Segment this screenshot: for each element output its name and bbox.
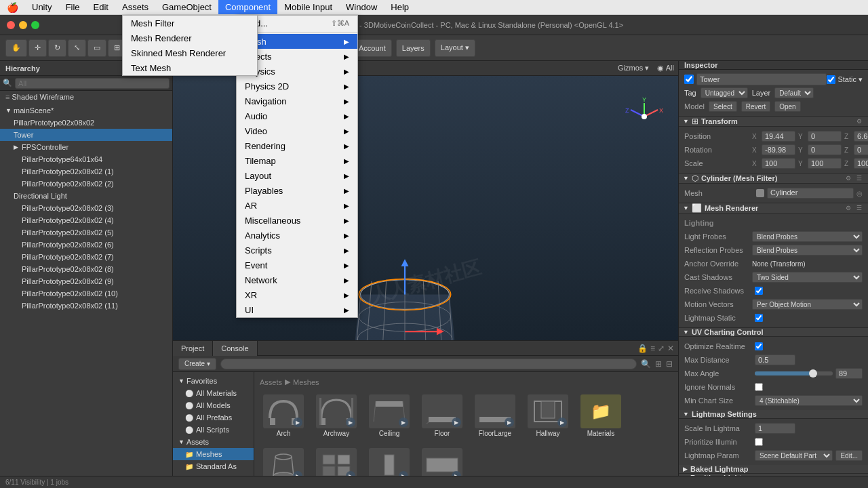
minimize-button[interactable] [19, 21, 27, 29]
mac-menu-help[interactable]: Help [384, 0, 416, 14]
menu-playables[interactable]: Playables ▶ [237, 183, 357, 198]
close-panel-icon[interactable]: ✕ [667, 344, 674, 353]
open-button[interactable]: Open [774, 101, 800, 112]
max-distance-input[interactable] [755, 354, 795, 365]
min-chart-size-select[interactable]: 4 (Stitchable) [755, 395, 863, 406]
asset-wallend[interactable]: ▶ WallEnd [366, 445, 413, 476]
pos-y-input[interactable] [808, 131, 842, 142]
sidebar-all-scripts[interactable]: ⚪All Scripts [173, 424, 254, 436]
hierarchy-tab[interactable]: Hierarchy [5, 64, 40, 73]
menu-physics2d[interactable]: Physics 2D ▶ [237, 79, 357, 94]
mac-menu-unity[interactable]: Unity [25, 0, 59, 14]
hand-tool[interactable]: ✋ [5, 39, 27, 57]
baked-lightmap-header[interactable]: ▶ Baked Lightmap [679, 465, 868, 474]
account-button[interactable]: Account [353, 39, 392, 57]
select-button[interactable]: Select [709, 101, 737, 112]
close-button[interactable] [7, 21, 15, 29]
optimize-realtime-checkbox[interactable] [755, 342, 763, 350]
max-angle-slider-thumb[interactable] [809, 369, 817, 378]
menu-tilemap[interactable]: Tilemap ▶ [237, 153, 357, 168]
asset-archway[interactable]: ▶ Archway [313, 392, 360, 440]
submenu-text-mesh[interactable]: Text Mesh [123, 60, 257, 75]
layout-button[interactable]: Layout ▾ [435, 39, 475, 57]
asset-search-input[interactable] [220, 359, 637, 369]
asset-floorlarge[interactable]: ▶ FloorLarge [471, 392, 519, 440]
asset-materials[interactable]: 📁 Materials [577, 392, 625, 440]
lock-icon[interactable]: 🔒 [637, 344, 648, 353]
move-tool[interactable]: ✛ [28, 39, 47, 57]
sidebar-all-materials[interactable]: ⚪All Materials [173, 387, 254, 399]
rotate-tool[interactable]: ↻ [48, 39, 66, 57]
hierarchy-item-floor[interactable]: PillarPrototype64x01x64 [0, 153, 172, 165]
asset-walllong[interactable]: ▶ WallLong [418, 445, 466, 476]
mesh-filter-settings-icon[interactable]: ⚙ [844, 175, 853, 182]
submenu-mesh-filter[interactable]: Mesh Filter [123, 16, 257, 30]
sort-icon[interactable]: ⊟ [666, 359, 673, 369]
mesh-select-icon[interactable]: ◎ [856, 190, 863, 197]
submenu-mesh-renderer[interactable]: Mesh Renderer [123, 30, 257, 45]
mac-menu-assets[interactable]: Assets [115, 0, 155, 14]
menu-layout[interactable]: Layout ▶ [237, 168, 357, 183]
scale-lightmap-input[interactable] [755, 423, 795, 434]
uv-charting-header[interactable]: ▼ UV Charting Control [679, 328, 868, 337]
menu-audio[interactable]: Audio ▶ [237, 108, 357, 123]
submenu-skinned-mesh[interactable]: Skinned Mesh Renderer [123, 45, 257, 60]
asset-ceiling[interactable]: ▶ Ceiling [366, 392, 413, 440]
motion-vectors-select[interactable]: Per Object Motion [752, 299, 863, 310]
mac-menu-file[interactable]: File [59, 0, 87, 14]
hierarchy-item-pillar9[interactable]: PillarPrototype02x08x02 (9) [0, 275, 172, 287]
hierarchy-item-pillar8[interactable]: PillarPrototype02x08x02 (8) [0, 263, 172, 275]
asset-hallway[interactable]: ▶ Hallway [524, 392, 572, 440]
revert-button[interactable]: Revert [741, 101, 770, 112]
pos-z-input[interactable] [854, 131, 868, 142]
mac-menu-mobile[interactable]: Mobile Input [277, 0, 339, 14]
hierarchy-item-main-scene[interactable]: ▼ mainScene* [0, 104, 172, 117]
rot-y-input[interactable] [808, 144, 842, 155]
hierarchy-item-pillar7[interactable]: PillarPrototype02x08x02 (7) [0, 251, 172, 263]
ignore-normals-checkbox[interactable] [755, 383, 763, 391]
lightmap-param-select[interactable]: Scene Default Part [755, 450, 833, 461]
mesh-submenu[interactable]: Mesh Filter Mesh Renderer Skinned Mesh R… [122, 15, 258, 76]
hierarchy-item-fps[interactable]: ▶ FPSController [0, 141, 172, 153]
layers-button[interactable]: Layers [396, 39, 431, 57]
sidebar-standard-assets[interactable]: 📁Standard As [173, 460, 254, 472]
hierarchy-scene-item[interactable]: ≡ Shaded Wireframe [0, 91, 172, 103]
transform-settings-icon[interactable]: ⚙ [854, 118, 864, 125]
lightmap-param-edit-button[interactable]: Edit... [835, 450, 863, 461]
mesh-renderer-overflow-icon[interactable]: ☰ [854, 205, 864, 211]
lightmap-static-checkbox[interactable] [755, 314, 763, 322]
menu-ui[interactable]: UI ▶ [237, 302, 357, 317]
hierarchy-item-tower[interactable]: Tower [0, 129, 172, 141]
prioritize-illumin-checkbox[interactable] [755, 438, 763, 446]
maximize-panel-icon[interactable]: ⤢ [658, 344, 665, 353]
reflection-probes-select[interactable]: Blend Probes [752, 245, 863, 256]
asset-arch[interactable]: ▶ Arch [260, 392, 307, 440]
hierarchy-item-pillar3[interactable]: PillarPrototype02x08x02 (3) [0, 202, 172, 214]
max-angle-input[interactable] [835, 368, 863, 379]
sidebar-all-prefabs[interactable]: ⚪All Prefabs [173, 411, 254, 424]
menu-miscellaneous[interactable]: Miscellaneous ▶ [237, 213, 357, 228]
pos-x-input[interactable] [762, 131, 795, 142]
hierarchy-item-pillar5[interactable]: PillarPrototype02x08x02 (5) [0, 226, 172, 239]
object-name-field[interactable] [696, 73, 827, 85]
menu-scripts[interactable]: Scripts ▶ [237, 243, 357, 258]
lightmap-settings-header[interactable]: ▼ Lightmap Settings [679, 410, 868, 419]
gizmos-button[interactable]: Gizmos ▾ [618, 64, 649, 73]
menu-xr[interactable]: XR ▶ [237, 287, 357, 302]
breadcrumb-meshes[interactable]: Meshes [293, 378, 319, 386]
static-checkbox[interactable] [827, 75, 835, 84]
mac-menu-component[interactable]: Component [218, 0, 277, 14]
menu-analytics[interactable]: Analytics ▶ [237, 228, 357, 243]
mesh-renderer-header[interactable]: ▼ ⬜ Mesh Renderer ⚙ ☰ [679, 203, 868, 214]
create-button[interactable]: Create ▾ [178, 358, 216, 370]
sidebar-all-models[interactable]: ⚪All Models [173, 399, 254, 411]
hierarchy-item-dirlight[interactable]: Directional Light [0, 190, 172, 202]
all-layers-button[interactable]: ◉ All [657, 64, 674, 73]
hierarchy-item-pillar[interactable]: PillarPrototype02x08x02 [0, 117, 172, 129]
hierarchy-search-input[interactable] [15, 78, 170, 89]
hierarchy-item-pillar4[interactable]: PillarPrototype02x08x02 (4) [0, 214, 172, 226]
mac-menu-gameobject[interactable]: GameObject [155, 0, 218, 14]
panel-menu-icon[interactable]: ≡ [650, 344, 655, 353]
menu-navigation[interactable]: Navigation ▶ [237, 94, 357, 108]
filter-icon[interactable]: ⊞ [655, 359, 662, 369]
